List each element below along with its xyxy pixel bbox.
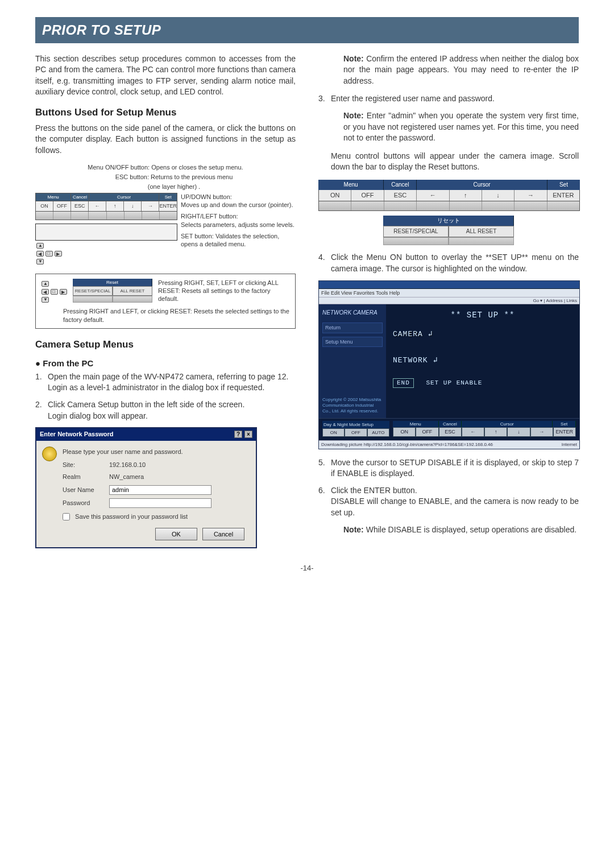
sidebar-item-return[interactable]: Return [322, 323, 383, 333]
cell-left: ← [89, 201, 106, 211]
cursor-up-button[interactable]: ↑ [484, 427, 507, 437]
step-6-num: 6. [318, 485, 331, 519]
on-button[interactable]: ON [319, 190, 351, 201]
pad[interactable] [319, 201, 351, 210]
dialog-title: Enter Network Password [40, 430, 114, 439]
pad[interactable] [449, 237, 514, 245]
pad[interactable] [547, 201, 579, 210]
camera-view: ** SET UP ** CAMERA ↲ NETWORK ↲ END SET … [386, 304, 579, 418]
osd-camera-item: CAMERA ↲ [393, 329, 572, 340]
cursor-right-button[interactable]: → [530, 427, 553, 437]
osd-setup-enable: SET UP ENABLE [426, 379, 482, 386]
mode-off-button[interactable]: OFF [345, 428, 367, 437]
two-column-layout: This section describes setup procedures … [35, 53, 579, 549]
step-3-note: Note: Enter "admin" when you operate the… [318, 110, 579, 144]
esc-button[interactable]: ESC [439, 427, 462, 437]
window-titlebar [319, 281, 579, 289]
control-strip-figure: Menu Cancel Cursor Set ON OFF ESC ← ↑ ↓ … [318, 180, 580, 211]
cell-reset-special: RESET/SPECIAL [73, 286, 113, 296]
pad[interactable] [384, 201, 417, 210]
note-ip-address: Note: Confirm the entered IP address whe… [318, 53, 579, 87]
ok-button[interactable]: OK [155, 528, 197, 540]
pad[interactable] [515, 201, 547, 210]
all-reset-button[interactable]: ALL RESET [449, 226, 514, 237]
browser-menubar: File Edit View Favorites Tools Help [319, 289, 579, 298]
cursor-down-button[interactable]: ↓ [482, 190, 515, 201]
esc-button[interactable]: ESC [384, 190, 417, 201]
cursor-left-button[interactable]: ← [417, 190, 449, 201]
pad [36, 212, 53, 220]
pad [53, 212, 71, 220]
save-password-checkbox[interactable] [63, 513, 70, 520]
off-button[interactable]: OFF [351, 190, 384, 201]
pad [113, 296, 152, 303]
osd-title: ** SET UP ** [393, 310, 572, 321]
reset-strip-figure: リセット RESET/SPECIAL ALL RESET [383, 216, 514, 245]
cell-off: OFF [53, 201, 71, 211]
step-6: 6. Click the ENTER button. DISABLE will … [318, 485, 579, 519]
site-label: Site: [63, 461, 109, 469]
save-password-label: Save this password in your password list [75, 513, 188, 520]
control-strip-in-shot: Menu Cancel Cursor Set ON OFF ESC ← ↑ ↓ … [393, 421, 576, 437]
site-value: 192.168.0.10 [109, 461, 247, 469]
reset-special-button[interactable]: RESET/SPECIAL [383, 226, 449, 237]
caption-menu-onoff: Menu ON/OFF button: Opens or closes the … [35, 163, 296, 172]
step-1: 1. Open the main page of the WV-NP472 ca… [35, 371, 296, 394]
dialog-caption: Please type your user name and password. [63, 448, 247, 456]
buttons-intro: Press the buttons on the side panel of t… [35, 123, 296, 156]
hdr-set: Set [553, 421, 576, 427]
on-button[interactable]: ON [393, 427, 416, 437]
mode-on-button[interactable]: ON [322, 428, 345, 437]
hdr-cursor: Cursor [417, 180, 547, 190]
cell-on: ON [36, 201, 53, 211]
from-the-pc-subhead: From the PC [35, 357, 296, 369]
close-icon[interactable]: × [244, 431, 252, 438]
section-header: PRIOR TO SETUP [35, 17, 579, 43]
control-strip-mini: Menu Cancel Cursor Set ON OFF ESC ← ↑ ↓ … [35, 193, 177, 264]
pad[interactable] [383, 237, 449, 245]
cursor-right-button[interactable]: → [515, 190, 547, 201]
step-4: 4. Click the Menu ON button to overlay t… [318, 252, 579, 274]
center-icon [45, 251, 53, 257]
pad[interactable] [417, 201, 449, 210]
cursor-up-button[interactable]: ↑ [450, 190, 482, 201]
step-2-text-b: Login dialog box will appear. [48, 411, 148, 420]
enter-button[interactable]: ENTER [547, 190, 579, 201]
step-6-text: Click the ENTER button. [331, 486, 417, 495]
step-5-num: 5. [318, 457, 331, 480]
cell-esc: ESC [71, 201, 89, 211]
pad [142, 212, 160, 220]
cursor-left-button[interactable]: ← [462, 427, 484, 437]
key-icon [42, 447, 57, 461]
password-input[interactable] [109, 498, 211, 508]
hdr-reset: Reset [73, 279, 152, 286]
step-4-num: 4. [318, 252, 331, 274]
pad[interactable] [450, 201, 482, 210]
username-input[interactable] [109, 485, 211, 495]
mode-auto-button[interactable]: AUTO [367, 428, 389, 437]
hdr-cancel: Cancel [71, 193, 89, 201]
cancel-button[interactable]: Cancel [202, 528, 244, 540]
realm-value: NW_camera [109, 473, 247, 481]
sidebar-item-setup-menu[interactable]: Setup Menu [322, 337, 383, 348]
camera-setup-screenshot: File Edit View Favorites Tools Help Go ▾… [318, 280, 580, 449]
enter-button[interactable]: ENTER [553, 427, 576, 437]
logo-text: NETWORK CAMERA [322, 309, 383, 317]
center-icon [51, 289, 58, 295]
cursor-down-button[interactable]: ↓ [507, 427, 530, 437]
pad[interactable] [482, 201, 515, 210]
enter-network-password-dialog: Enter Network Password ? × Please type y… [35, 427, 257, 548]
down-icon [36, 259, 44, 264]
pad[interactable] [351, 201, 384, 210]
right-icon [55, 251, 62, 257]
step-5: 5. Move the cursor to SETUP DISABLE if i… [318, 457, 579, 480]
help-icon[interactable]: ? [234, 431, 242, 438]
pad [107, 212, 125, 220]
sidebar: NETWORK CAMERA Return Setup Menu Copyrig… [319, 304, 386, 418]
browser-toolbar: Go ▾ | Address | Links [319, 297, 579, 304]
off-button[interactable]: OFF [416, 427, 438, 437]
osd-network-item: NETWORK ↲ [393, 356, 572, 366]
camera-side-icons [36, 243, 177, 249]
right-icon [60, 289, 67, 295]
step-1-text: Open the main page of the WV-NP472 camer… [48, 372, 288, 381]
